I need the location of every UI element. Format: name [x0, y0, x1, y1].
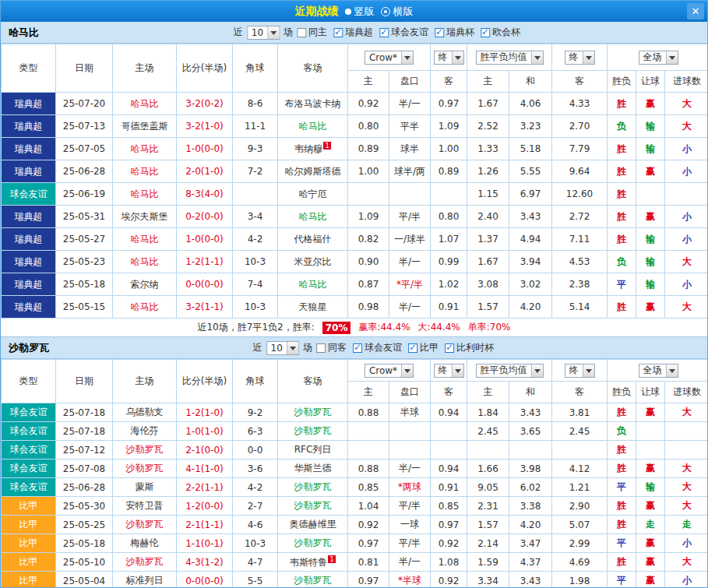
- home-team-link[interactable]: 哈马比: [113, 138, 177, 160]
- away-team-link[interactable]: 代格福什: [278, 228, 348, 251]
- home-team-link[interactable]: 梅赫伦: [113, 534, 177, 553]
- away-team-link[interactable]: 哈马比: [278, 206, 348, 228]
- home-team-link[interactable]: 哥德堡盖斯: [113, 115, 177, 138]
- filter-checkbox-欧会杯[interactable]: 欧会杯: [481, 26, 520, 39]
- result-wdl-cell: 胜: [608, 497, 636, 516]
- away-team-link[interactable]: 布洛马波卡纳: [278, 93, 348, 115]
- away-team-link[interactable]: 韦纳穆1: [278, 138, 348, 160]
- matches-body-0: 瑞典超25-07-20哈马比3-2(0-2)8-6布洛马波卡纳0.92半/一0.…: [2, 93, 708, 319]
- away-team-link[interactable]: RFC列日: [278, 441, 348, 459]
- result-wdl-cell: 平: [608, 478, 636, 497]
- league-type-cell: 瑞典超: [2, 251, 56, 273]
- away-team-link[interactable]: 沙勒罗瓦: [278, 534, 348, 553]
- avg-home-cell: 3.08: [467, 273, 509, 296]
- match-count-dropdown[interactable]: 10: [247, 26, 280, 40]
- avg-odds-dropdown[interactable]: 胜平负均值: [476, 364, 544, 378]
- score-cell: 4-3(1-2): [177, 553, 233, 572]
- scope-dropdown[interactable]: 全场: [639, 364, 678, 378]
- company-dropdown[interactable]: Crow*: [365, 51, 414, 65]
- away-team-link[interactable]: 沙勒罗瓦: [278, 478, 348, 497]
- chevron-down-icon: [287, 342, 298, 354]
- final-odds-dropdown-cell: 终: [431, 360, 467, 382]
- filter-checkbox-球会友谊[interactable]: 球会友谊: [379, 26, 428, 39]
- handicap-cell: *半球: [389, 572, 431, 588]
- filter-checkbox-球会友谊[interactable]: 球会友谊: [353, 341, 402, 354]
- result-goals-cell: [665, 183, 708, 206]
- home-team-link[interactable]: 哈马比: [113, 228, 177, 251]
- avg-draw-cell: 4.20: [509, 296, 552, 319]
- avg-away-cell: 2.70: [552, 115, 608, 138]
- home-team-link[interactable]: 蒙斯: [113, 478, 177, 497]
- final-odds-dropdown[interactable]: 终: [434, 364, 464, 378]
- home-team-link[interactable]: 安特卫普: [113, 497, 177, 516]
- avg-away-cell: 12.60: [552, 183, 608, 206]
- away-team-link[interactable]: 哈马比: [278, 273, 348, 296]
- away-team-link[interactable]: 哈尔姆斯塔德: [278, 160, 348, 183]
- away-team-link[interactable]: 沙勒罗瓦: [278, 497, 348, 516]
- away-team-link[interactable]: 韦斯特鲁1: [278, 553, 348, 572]
- scope-dropdown[interactable]: 全场: [639, 51, 678, 65]
- home-team-link[interactable]: 哈马比: [113, 160, 177, 183]
- away-team-link[interactable]: 天狼星: [278, 296, 348, 319]
- win-rate-badge: 70%: [322, 322, 351, 334]
- chevron-down-icon: [452, 51, 463, 64]
- avg-odds-dropdown[interactable]: 胜平负均值: [476, 51, 544, 65]
- away-team-link[interactable]: 沙勒罗瓦: [278, 403, 348, 422]
- home-team-link[interactable]: 沙勒罗瓦: [113, 459, 177, 478]
- home-team-link[interactable]: 乌德勒支: [113, 403, 177, 422]
- final-odds-dropdown[interactable]: 终: [434, 51, 464, 65]
- avg-draw-cell: 6.02: [509, 478, 552, 497]
- result-handicap-cell: 赢: [636, 553, 665, 572]
- home-team-link[interactable]: 哈马比: [113, 296, 177, 319]
- away-team-link[interactable]: 华斯兰德: [278, 459, 348, 478]
- away-team-link[interactable]: 奥德赫维里: [278, 516, 348, 534]
- away-team-link[interactable]: 米亚尔比: [278, 251, 348, 273]
- close-button[interactable]: ✕: [687, 3, 704, 19]
- final-avg-dropdown[interactable]: 终: [565, 51, 595, 65]
- filter-checkbox-瑞典杯[interactable]: 瑞典杯: [435, 26, 474, 39]
- home-team-link[interactable]: 埃尔夫斯堡: [113, 206, 177, 228]
- layout-radio-vertical[interactable]: 竖版: [345, 5, 375, 19]
- home-team-link[interactable]: 标准列日: [113, 572, 177, 588]
- home-team-link[interactable]: 沙勒罗瓦: [113, 553, 177, 572]
- home-team-link[interactable]: 哈马比: [113, 93, 177, 115]
- filter-checkbox-瑞典超[interactable]: 瑞典超: [333, 26, 373, 39]
- filter-checkbox-比甲[interactable]: 比甲: [408, 341, 439, 354]
- handicap-cell: 球半/两: [389, 160, 431, 183]
- corner-cell: 10-3: [233, 296, 278, 319]
- odds-home-cell: [348, 422, 389, 441]
- avg-home-cell: 1.66: [467, 459, 509, 478]
- handicap-cell: 半/一: [389, 93, 431, 115]
- odds-away-cell: 0.94: [431, 459, 467, 478]
- filter-checkbox-比利时杯[interactable]: 比利时杯: [445, 341, 494, 354]
- home-team-link[interactable]: 哈马比: [113, 251, 177, 273]
- filter-checkbox-同客[interactable]: 同客: [316, 341, 347, 354]
- filter-checkbox-同主[interactable]: 同主: [297, 26, 327, 39]
- league-type-cell: 比甲: [2, 572, 56, 588]
- col-header-odds-away: 客: [431, 382, 467, 403]
- away-team-link[interactable]: 沙勒罗瓦: [278, 422, 348, 441]
- league-type-cell: 瑞典超: [2, 93, 56, 115]
- result-handicap-cell: 赢: [636, 572, 665, 588]
- home-team-link[interactable]: 沙勒罗瓦: [113, 516, 177, 534]
- home-team-link[interactable]: 哈马比: [113, 183, 177, 206]
- match-row: 比甲25-05-25沙勒罗瓦2-1(1-1)4-6奥德赫维里0.92一球0.97…: [2, 516, 708, 534]
- result-handicap-cell: [636, 441, 665, 459]
- away-team-link[interactable]: 哈宁厄: [278, 183, 348, 206]
- score-cell: 3-2(1-1): [177, 296, 233, 319]
- home-team-link[interactable]: 沙勒罗瓦: [113, 441, 177, 459]
- final-avg-dropdown[interactable]: 终: [565, 364, 595, 378]
- summary-stat-single: 单率:70%: [468, 321, 511, 334]
- away-team-link[interactable]: 沙勒罗瓦: [278, 572, 348, 588]
- company-dropdown[interactable]: Crow*: [365, 364, 414, 378]
- avg-home-cell: 2.45: [467, 422, 509, 441]
- match-row: 球会友谊25-07-08沙勒罗瓦4-1(1-0)3-6华斯兰德0.88半/一0.…: [2, 459, 708, 478]
- home-team-link[interactable]: 索尔纳: [113, 273, 177, 296]
- match-count-dropdown[interactable]: 10: [266, 341, 299, 355]
- home-team-link[interactable]: 海伦芬: [113, 422, 177, 441]
- result-goals-cell: 大: [665, 115, 708, 138]
- away-team-link[interactable]: 哈马比: [278, 115, 348, 138]
- handicap-cell: *平/半: [389, 273, 431, 296]
- layout-radio-horizontal[interactable]: 横版: [381, 5, 414, 19]
- score-cell: 4-1(1-0): [177, 459, 233, 478]
